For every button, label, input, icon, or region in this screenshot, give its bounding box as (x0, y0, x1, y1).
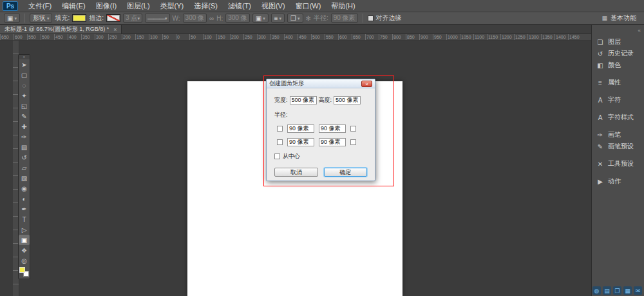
panel-tab-color[interactable]: ◧ 颜色 (592, 59, 644, 71)
type-tool[interactable]: T (19, 214, 30, 224)
ruler-tick-label: 1300 (527, 34, 541, 40)
menu-view[interactable]: 视图(V) (256, 0, 290, 12)
tab-close-icon[interactable]: × (113, 26, 117, 33)
rectangular-marquee-tool[interactable]: ▢ (19, 70, 30, 80)
brush-tool[interactable]: ✑ (19, 132, 30, 142)
tray-icon-3[interactable]: ❐ (613, 286, 621, 295)
tool-preset-picker[interactable]: ▣ ▾ (4, 14, 20, 23)
clone-stamp-tool[interactable]: ▤ (19, 142, 30, 152)
eraser-tool[interactable]: ▱ (19, 163, 30, 173)
menu-edit[interactable]: 编辑(E) (57, 0, 91, 12)
tool-mode-select[interactable]: 形状 ▾ (30, 14, 53, 23)
menu-image[interactable]: 图像(I) (91, 0, 122, 12)
menu-window[interactable]: 窗口(W) (290, 0, 327, 12)
shape-height-field[interactable]: 300 像 (225, 14, 249, 23)
healing-brush-tool[interactable]: ✚ (19, 121, 30, 132)
width-input[interactable] (290, 96, 317, 104)
bottom-right-radius-input[interactable] (319, 138, 346, 146)
panel-label: 动作 (608, 177, 621, 186)
ruler-tick-label: 300 (257, 34, 270, 40)
panel-tab-character[interactable]: A 字符 (592, 94, 644, 106)
path-operations-button[interactable]: ▣ ▾ (252, 14, 269, 23)
blur-tool[interactable]: ◉ (19, 183, 30, 193)
stroke-width-field[interactable]: 3 点 ▾ (123, 14, 142, 23)
menu-select[interactable]: 选择(S) (189, 0, 223, 12)
divider (24, 14, 25, 23)
history-brush-tool[interactable]: ↺ (19, 152, 30, 163)
ruler-tick-label: 800 (392, 34, 406, 40)
height-input[interactable] (334, 96, 361, 104)
actions-icon: ▶ (596, 178, 604, 185)
top-right-radius-input[interactable] (319, 124, 346, 133)
lasso-tool[interactable]: ◌ (19, 80, 30, 90)
workspace-switcher[interactable]: ▦ 基本功能 (601, 14, 640, 23)
brush-icon: ✑ (596, 132, 604, 139)
corner-link-bottom-right-checkbox[interactable] (350, 139, 356, 145)
align-edges-checkbox[interactable]: 对齐边缘 (368, 14, 402, 23)
line-style-icon: ——— (147, 15, 165, 22)
gradient-tool[interactable]: ▨ (19, 173, 30, 183)
zoom-tool[interactable]: ◎ (19, 255, 30, 266)
photoshop-logo-icon: Ps (3, 1, 18, 11)
panel-tab-history[interactable]: ↺ 历史记录 (592, 48, 644, 59)
stroke-label: 描边: (89, 14, 104, 23)
chevron-down-icon: ▾ (298, 16, 300, 21)
hand-tool[interactable]: ❖ (19, 245, 30, 255)
shape-width-field[interactable]: 300 像 (183, 14, 207, 23)
tray-icon-2[interactable]: ▤ (603, 286, 611, 295)
dialog-title-bar[interactable]: 创建圆角矩形 × (267, 79, 375, 88)
corner-link-bottom-left-checkbox[interactable] (277, 139, 283, 145)
panel-tab-character-styles[interactable]: A 字符样式 (592, 112, 644, 123)
menu-type[interactable]: 类型(Y) (155, 0, 189, 12)
pen-tool[interactable]: ✒ (19, 204, 30, 214)
top-left-radius-input[interactable] (287, 124, 314, 133)
corner-link-top-left-checkbox[interactable] (277, 126, 283, 132)
collapse-panels-icon[interactable]: « (592, 28, 644, 36)
ruler-tick-label: 250 (108, 34, 122, 40)
menu-file[interactable]: 文件(F) (23, 0, 57, 12)
crop-tool[interactable]: ◱ (19, 101, 30, 111)
width-label: W: (173, 15, 180, 22)
ruler-tick-label: 550 (27, 34, 41, 40)
ruler-tick-label: 1450 (568, 34, 582, 40)
corner-link-top-right-checkbox[interactable] (350, 126, 356, 132)
align-edges-label: 对齐边缘 (376, 14, 402, 23)
from-center-checkbox[interactable]: 从中心 (274, 152, 367, 161)
panel-tab-actions[interactable]: ▶ 动作 (592, 175, 644, 187)
tray-icon-4[interactable]: ▦ (623, 286, 632, 295)
path-selection-tool[interactable]: ▷ (19, 224, 30, 235)
panel-tab-brush[interactable]: ✑ 画笔 (592, 129, 644, 141)
geometry-options-gear-icon[interactable]: ✻ (306, 15, 311, 22)
path-arrangement-button[interactable]: ❐ ▾ (287, 14, 303, 23)
menu-filter[interactable]: 滤镜(T) (223, 0, 256, 12)
move-tool[interactable]: ➤ (19, 59, 30, 70)
fill-swatch[interactable] (72, 14, 86, 22)
menu-help[interactable]: 帮助(H) (326, 0, 360, 12)
panel-tab-brush-presets[interactable]: ✎ 画笔预设 (592, 141, 644, 152)
document-tab[interactable]: 未标题-1 @ 66.7%(圆角矩形 1, RGB/8) * × (0, 25, 122, 34)
dialog-close-button[interactable]: × (361, 81, 372, 87)
tray-icon-5[interactable]: ✉ (634, 286, 642, 295)
panel-group: ▶ 动作 (592, 175, 644, 187)
stroke-type-select[interactable]: ——— ▾ (145, 14, 170, 23)
dodge-tool[interactable]: ◐ (19, 193, 30, 204)
stroke-swatch[interactable] (106, 14, 120, 22)
tools-panel-grip[interactable]: ≡ (19, 55, 30, 59)
cancel-button[interactable]: 取消 (274, 168, 318, 177)
ruler-tick-label: 1050 (460, 34, 473, 40)
panel-group: ❏ 图层 ↺ 历史记录 ◧ 颜色 (592, 36, 644, 71)
bottom-left-radius-input[interactable] (287, 138, 314, 146)
foreground-color-swatch[interactable] (19, 267, 25, 273)
panel-tab-tool-presets[interactable]: ✕ 工具预设 (592, 158, 644, 170)
panel-tab-properties[interactable]: ≡ 属性 (592, 77, 644, 88)
tray-icon-1[interactable]: ◍ (592, 286, 601, 295)
ok-button[interactable]: 确定 (324, 168, 368, 177)
quick-selection-tool[interactable]: ✦ (19, 90, 30, 101)
radius-field[interactable]: 90 像素 (331, 14, 358, 23)
link-dimensions-icon[interactable]: ∞ (209, 15, 214, 22)
eyedropper-tool[interactable]: ✎ (19, 111, 30, 121)
menu-layer[interactable]: 图层(L) (122, 0, 155, 12)
panel-tab-layers[interactable]: ❏ 图层 (592, 36, 644, 48)
rectangle-tool[interactable]: ▣ (19, 235, 30, 245)
path-alignment-button[interactable]: ≡ ▾ (271, 14, 285, 23)
